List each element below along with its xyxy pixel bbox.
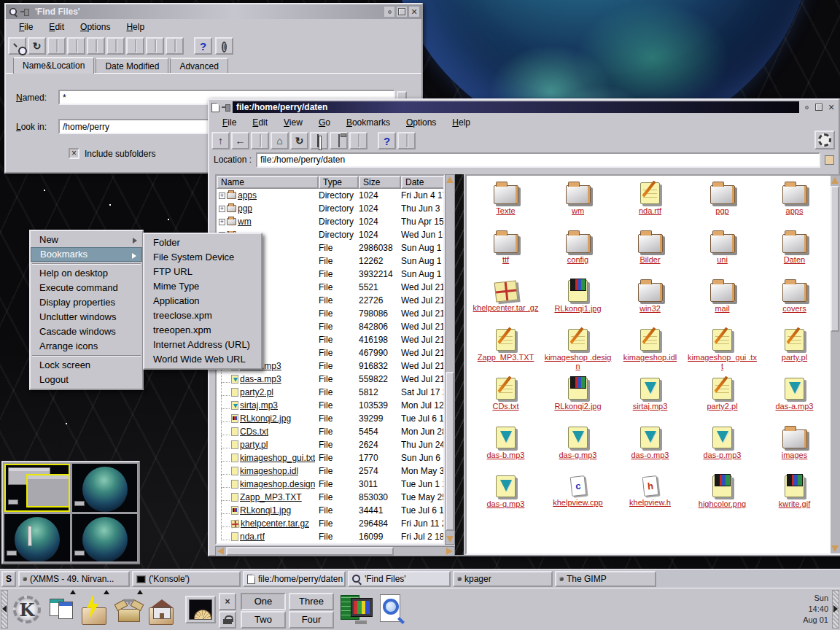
desktop-file-icon[interactable]: ttf [470,228,542,276]
info-toolbar-button[interactable]: i [215,37,233,55]
taskbar-item[interactable]: file:/home/perry/daten [243,571,346,587]
taskbar-item[interactable]: ('Konsole') [132,571,241,587]
desktop-file-icon[interactable]: das-p.mp3 [686,423,758,472]
copy-toolbar-button[interactable] [310,132,328,149]
find-tool-button[interactable] [375,593,408,626]
taskbar-start-button[interactable]: S [1,571,16,587]
desktop-file-icon[interactable]: kimageshop .design [542,325,614,374]
location-input[interactable] [256,152,820,168]
search-toolbar-button[interactable] [8,37,26,55]
desktop-file-icon[interactable]: ckhelpview.cpp [542,472,614,521]
taskbar-item[interactable]: 'Find Files' [348,571,451,587]
scroll-left-arrow[interactable] [217,548,224,555]
scroll-down-arrow[interactable] [831,545,839,552]
menu-item-help-on-desktop[interactable]: Help on desktop [31,266,142,281]
up-toolbar-button[interactable]: ↑ [211,132,230,149]
desktop-file-icon[interactable]: khelpcenter.tar .gz [470,276,542,325]
close-window-button[interactable]: × [219,593,236,610]
file-name-link[interactable]: apps [238,190,257,201]
desktop-file-icon[interactable]: kimageshop_gui .txt [686,325,758,374]
desktop-file-icon[interactable]: apps [758,179,831,228]
menu-edit[interactable]: Edit [42,20,71,34]
menu-item-bookmarks[interactable]: Bookmarks [31,247,142,262]
reload-toolbar-button[interactable]: ↻ [290,132,308,149]
close-button[interactable]: × [826,102,836,112]
column-header-date[interactable]: Date [401,176,445,189]
desktop-file-icon[interactable]: pgp [686,179,758,228]
desktop-button-three[interactable]: Three [289,593,334,610]
desktop-file-icon[interactable]: images [758,423,831,472]
menu-view[interactable]: View [276,116,310,129]
file-manager-titlebar[interactable]: file:/home/perry/daten × [209,100,839,114]
menu-bookmarks[interactable]: Bookmarks [339,116,397,129]
desktop-file-icon[interactable]: das-g.mp3 [542,423,614,472]
menu-item-display-properties[interactable]: Display properties [31,295,142,310]
desktop-file-icon[interactable]: mail [686,276,758,325]
tree-expander-icon[interactable]: + [219,192,225,199]
menu-go[interactable]: Go [311,116,338,129]
scroll-thumb[interactable] [226,547,394,556]
submenu-item-ftp-url[interactable]: FTP URL [144,265,261,279]
submenu-item-mime-type[interactable]: Mime Type [144,279,261,294]
desktop-file-icon[interactable]: das-b.mp3 [470,423,542,472]
system-monitor-button[interactable] [340,593,373,626]
help-toolbar-button[interactable]: ? [378,132,396,149]
tab-advanced[interactable]: Advanced [170,58,228,73]
desktop-file-icon[interactable]: kimageshop.idl [614,325,686,374]
terminal-shell-button[interactable] [184,593,217,626]
desktop-file-icon[interactable]: win32 [614,276,686,325]
scroll-right-arrow[interactable] [446,548,453,555]
menu-item-execute-command[interactable]: Execute command [31,281,142,295]
sticky-pin-icon[interactable] [20,9,29,15]
desktop-file-icon[interactable]: covers [758,276,831,325]
desktop-file-icon[interactable]: Texte [470,179,542,228]
panel-hide-handle-left[interactable] [1,590,8,629]
scroll-down-arrow[interactable] [446,536,454,542]
file-name-link[interactable]: nda.rtf [240,532,265,542]
desktop-file-icon[interactable]: Daten [758,228,831,276]
minimize-button[interactable] [384,7,394,17]
menu-options[interactable]: Options [73,20,117,34]
include-subfolders-checkbox[interactable]: × [69,148,79,159]
pager-desktop-2[interactable] [72,464,138,512]
desktop-file-icon[interactable]: hkhelpview.h [614,472,686,521]
close-button[interactable]: × [409,7,419,17]
column-header-type[interactable]: Type [319,176,359,189]
tree-expander-icon[interactable]: + [219,219,225,225]
desktop-file-icon[interactable]: nda.rtf [614,179,686,228]
table-row[interactable]: +pgpDirectory1024Thu Jun 3 19 [217,202,443,215]
menu-file[interactable]: File [215,116,244,129]
pager-desktop-4[interactable] [72,514,138,562]
lock-screen-button[interactable] [219,611,236,629]
menu-item-new[interactable]: New [31,233,142,247]
menu-options[interactable]: Options [399,116,443,129]
submenu-item-folder[interactable]: Folder [144,236,261,250]
taskbar-item[interactable]: kpager [453,571,553,587]
menu-help[interactable]: Help [445,116,478,129]
menu-edit[interactable]: Edit [245,116,275,129]
file-name-link[interactable]: pgp [238,203,252,214]
sticky-pin-icon[interactable] [222,104,230,110]
desktop-file-icon[interactable]: das-o.mp3 [614,423,686,472]
tab-date-modified[interactable]: Date Modified [96,58,168,73]
desktop-button-two[interactable]: Two [241,611,286,629]
menu-item-lock-screen[interactable]: Lock screen [31,358,142,373]
maximize-button[interactable] [814,102,824,112]
back-toolbar-button[interactable]: ← [231,132,249,149]
icon-vertical-scrollbar[interactable] [831,176,840,553]
panel-hide-handle-right[interactable] [832,590,839,629]
column-header-size[interactable]: Size [359,176,401,189]
location-grip[interactable] [825,155,834,165]
desktop-file-icon[interactable]: sirtaj.mp3 [614,374,686,423]
taskbar-item[interactable]: The GIMP [555,571,656,587]
tab-name-location[interactable]: Name&Location [13,57,94,74]
submenu-item-internet-address-url-[interactable]: Internet Address (URL) [144,338,261,352]
scroll-up-arrow[interactable] [446,176,454,183]
menu-item-unclutter-windows[interactable]: Unclutter windows [31,310,142,324]
desktop-button-four[interactable]: Four [289,611,334,629]
menu-item-logout[interactable]: Logout [31,373,142,387]
k-menu-button[interactable]: K [10,593,44,626]
menu-file[interactable]: File [12,20,40,34]
menu-help[interactable]: Help [119,20,152,34]
submenu-item-application[interactable]: Application [144,294,261,308]
